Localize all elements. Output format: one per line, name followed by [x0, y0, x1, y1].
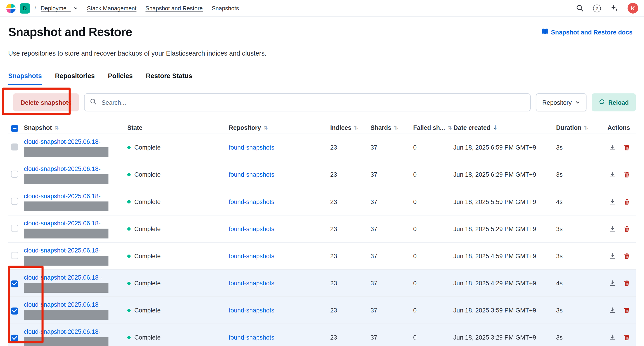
- repository-link[interactable]: found-snapshots: [229, 225, 274, 232]
- snapshot-link[interactable]: cloud-snapshot-2025.06.18-: [24, 138, 128, 145]
- deployment-space-badge[interactable]: D: [20, 3, 30, 13]
- column-header-repository[interactable]: Repository ⇅: [229, 124, 330, 131]
- download-icon[interactable]: [609, 252, 616, 259]
- repository-filter-button[interactable]: Repository: [536, 93, 586, 111]
- date-created-value: Jun 18, 2025 4:29 PM GMT+9: [454, 280, 556, 286]
- elastic-logo[interactable]: [6, 3, 16, 13]
- snapshot-link[interactable]: cloud-snapshot-2025.06.18-: [24, 328, 128, 335]
- failed-shards-value: 0: [413, 144, 453, 151]
- breadcrumb-stack-management[interactable]: Stack Management: [87, 5, 136, 12]
- column-header-shards[interactable]: Shards ⇅: [370, 124, 413, 131]
- snapshot-link[interactable]: cloud-snapshot-2025.06.18-: [24, 219, 128, 226]
- indices-value: 23: [330, 280, 370, 286]
- shards-value: 37: [370, 334, 413, 341]
- breadcrumb-snapshot-restore[interactable]: Snapshot and Restore: [146, 5, 203, 12]
- download-icon[interactable]: [609, 225, 616, 232]
- delete-icon[interactable]: [623, 171, 630, 178]
- row-checkbox[interactable]: [11, 225, 18, 232]
- failed-shards-value: 0: [413, 334, 453, 341]
- snapshot-link[interactable]: cloud-snapshot-2025.06.18-: [24, 301, 128, 308]
- breadcrumb-deployment[interactable]: Deployme...: [40, 5, 78, 12]
- search-icon[interactable]: [576, 4, 584, 12]
- row-checkbox[interactable]: [11, 252, 18, 259]
- snapshots-table: Snapshot ⇅ State Repository ⇅ Indices ⇅ …: [8, 121, 636, 346]
- ai-assistant-icon[interactable]: [610, 4, 618, 12]
- indices-value: 23: [330, 334, 370, 341]
- failed-shards-value: 0: [413, 280, 453, 286]
- repository-link[interactable]: found-snapshots: [229, 252, 274, 259]
- breadcrumb: Deployme... Stack Management Snapshot an…: [40, 5, 239, 12]
- select-all-checkbox[interactable]: [11, 125, 18, 132]
- delete-icon[interactable]: [623, 307, 630, 314]
- table-header-row: Snapshot ⇅ State Repository ⇅ Indices ⇅ …: [8, 121, 636, 134]
- date-created-value: Jun 18, 2025 6:59 PM GMT+9: [454, 144, 556, 151]
- repository-link[interactable]: found-snapshots: [229, 171, 274, 178]
- delete-icon[interactable]: [623, 225, 630, 232]
- download-icon[interactable]: [609, 171, 616, 178]
- tab-repositories[interactable]: Repositories: [55, 72, 94, 85]
- delete-icon[interactable]: [623, 198, 630, 205]
- redaction-bar: [24, 174, 108, 184]
- row-checkbox[interactable]: [11, 334, 18, 341]
- column-label: Duration: [556, 124, 581, 131]
- download-icon[interactable]: [609, 307, 616, 314]
- delete-icon[interactable]: [623, 280, 630, 286]
- download-icon[interactable]: [609, 198, 616, 205]
- delete-icon[interactable]: [623, 252, 630, 259]
- tab-policies[interactable]: Policies: [108, 72, 133, 85]
- reload-button[interactable]: Reload: [592, 93, 636, 111]
- row-checkbox[interactable]: [11, 143, 18, 150]
- search-input-icon: [90, 98, 97, 107]
- state-label: Complete: [134, 171, 161, 178]
- documentation-icon: [541, 28, 548, 36]
- column-header-indices[interactable]: Indices ⇅: [330, 124, 370, 131]
- download-icon[interactable]: [609, 144, 616, 151]
- tab-snapshots[interactable]: Snapshots: [8, 72, 42, 85]
- column-header-snapshot[interactable]: Snapshot ⇅: [24, 124, 128, 131]
- download-icon[interactable]: [609, 280, 616, 286]
- search-input[interactable]: [101, 99, 525, 106]
- breadcrumb-separator: /: [34, 5, 36, 12]
- status-dot: [128, 254, 130, 257]
- row-checkbox[interactable]: [11, 307, 18, 314]
- docs-link[interactable]: Snapshot and Restore docs: [541, 28, 636, 36]
- snapshot-link[interactable]: cloud-snapshot-2025.06.18-: [24, 246, 128, 253]
- redaction-bar: [24, 337, 108, 346]
- column-label: Date created: [454, 124, 490, 131]
- page-description: Use repositories to store and recover ba…: [8, 49, 636, 58]
- row-checkbox[interactable]: [11, 198, 18, 204]
- snapshot-link[interactable]: cloud-snapshot-2025.06.18--: [24, 274, 128, 280]
- repository-link[interactable]: found-snapshots: [229, 198, 274, 205]
- snapshot-link[interactable]: cloud-snapshot-2025.06.18-: [24, 192, 128, 199]
- table-row: cloud-snapshot-2025.06.18- Complete foun…: [8, 134, 636, 161]
- table-row: cloud-snapshot-2025.06.18- Complete foun…: [8, 161, 636, 188]
- row-checkbox[interactable]: [11, 170, 18, 177]
- column-header-failed-shards[interactable]: Failed sh... ⇅: [413, 124, 453, 131]
- shards-value: 37: [370, 307, 413, 314]
- row-checkbox[interactable]: [11, 280, 18, 287]
- delete-icon[interactable]: [623, 334, 630, 341]
- date-created-value: Jun 18, 2025 3:59 PM GMT+9: [454, 307, 556, 314]
- delete-icon[interactable]: [623, 144, 630, 151]
- repository-link[interactable]: found-snapshots: [229, 280, 274, 286]
- delete-snapshots-button[interactable]: Delete snapshots: [13, 93, 79, 111]
- column-header-duration[interactable]: Duration ⇅: [556, 124, 594, 131]
- column-label: Snapshot: [24, 124, 52, 131]
- topbar-actions: ? K: [576, 3, 638, 14]
- breadcrumb-snapshots-current: Snapshots: [212, 5, 239, 12]
- failed-shards-value: 0: [413, 307, 453, 314]
- column-label: Indices: [330, 124, 352, 131]
- snapshot-link[interactable]: cloud-snapshot-2025.06.18-: [24, 165, 128, 172]
- column-header-date-created[interactable]: Date created ↓: [454, 124, 556, 131]
- repository-link[interactable]: found-snapshots: [229, 144, 274, 151]
- help-icon[interactable]: ?: [593, 4, 601, 12]
- user-avatar[interactable]: K: [628, 3, 638, 14]
- column-header-state: State: [128, 124, 229, 131]
- breadcrumb-deployment-label: Deployme...: [40, 5, 72, 12]
- repository-link[interactable]: found-snapshots: [229, 307, 274, 314]
- download-icon[interactable]: [609, 334, 616, 341]
- table-body: cloud-snapshot-2025.06.18- Complete foun…: [8, 134, 636, 346]
- search-box[interactable]: [84, 93, 530, 111]
- tab-restore-status[interactable]: Restore Status: [146, 72, 192, 85]
- repository-link[interactable]: found-snapshots: [229, 334, 274, 341]
